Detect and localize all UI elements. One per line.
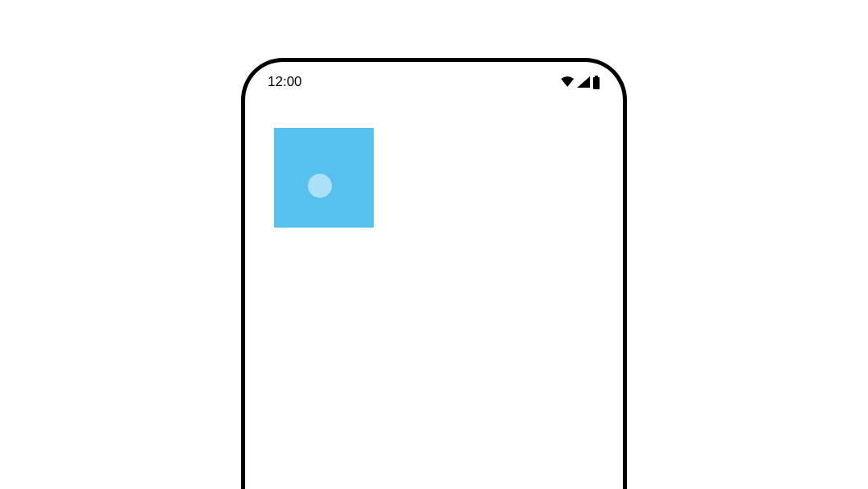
touch-indicator [308, 174, 332, 198]
status-time: 12:00 [268, 74, 302, 90]
svg-rect-1 [593, 77, 600, 89]
battery-icon [592, 76, 600, 89]
cellular-signal-icon [576, 76, 591, 88]
status-icons [560, 76, 600, 89]
device-frame: 12:00 [241, 58, 627, 489]
status-bar: 12:00 [245, 62, 623, 102]
svg-rect-0 [595, 76, 598, 77]
wifi-icon [560, 76, 575, 88]
